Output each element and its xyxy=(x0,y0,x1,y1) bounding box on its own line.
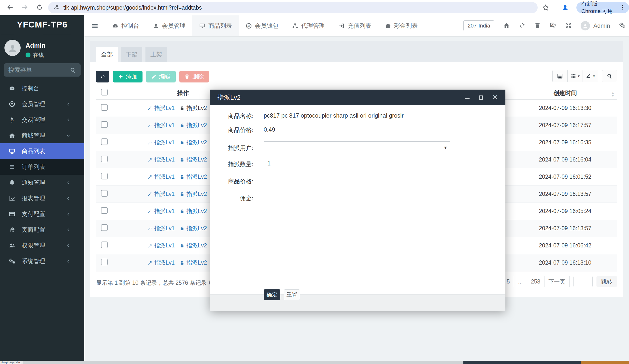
confirm-button[interactable]: 确定 xyxy=(264,289,280,300)
chevron-left-icon xyxy=(65,181,72,185)
fullscreen-icon[interactable] xyxy=(565,22,572,30)
assign-lv1-link[interactable]: 指派Lv1 xyxy=(148,173,175,181)
desktop-icon xyxy=(199,23,205,29)
assign-lv2-link[interactable]: 指派Lv2 xyxy=(180,139,207,146)
sidebar-item-notice[interactable]: 通知管理 xyxy=(0,175,84,190)
sidebar-item-order-list[interactable]: 订单列表 xyxy=(0,159,84,175)
browser-menu-icon[interactable] xyxy=(620,4,626,11)
trash-icon[interactable] xyxy=(534,22,541,30)
row-checkbox[interactable] xyxy=(101,207,108,214)
nav-tab-recharge[interactable]: 充值列表 xyxy=(332,15,378,36)
assign-lv1-link[interactable]: 指派Lv1 xyxy=(148,156,175,164)
assign-user-select[interactable]: ▾ xyxy=(264,141,450,153)
refresh-button[interactable] xyxy=(96,71,109,83)
page-jump-input[interactable] xyxy=(574,276,593,287)
sidebar-item-goods-list[interactable]: 商品列表 xyxy=(0,143,84,159)
row-checkbox[interactable] xyxy=(101,259,108,265)
menu-search-input[interactable] xyxy=(4,63,81,77)
nav-tab-agents[interactable]: 代理管理 xyxy=(285,15,332,36)
sidebar-item-permission[interactable]: 权限管理 xyxy=(0,238,84,253)
created-time-header[interactable]: 创建时间▴▾ xyxy=(513,89,617,97)
assign-lv2-link[interactable]: 指派Lv2 xyxy=(180,173,207,181)
reset-button[interactable]: 重置 xyxy=(284,289,300,300)
row-checkbox[interactable] xyxy=(101,224,108,231)
close-icon[interactable]: ✕ xyxy=(492,95,498,100)
maximize-icon[interactable] xyxy=(479,95,483,100)
assign-lv1-link[interactable]: 指派Lv1 xyxy=(148,139,175,146)
select-all-checkbox[interactable] xyxy=(101,89,108,95)
horizontal-scrollbar[interactable]: tik-api.hwym.shop xyxy=(0,361,629,364)
row-checkbox[interactable] xyxy=(101,173,108,180)
sidebar-item-system[interactable]: 系统管理 xyxy=(0,253,84,269)
row-checkbox[interactable] xyxy=(101,156,108,162)
refresh-icon[interactable] xyxy=(519,22,525,30)
assign-lv2-link[interactable]: 指派Lv2 xyxy=(180,259,207,267)
dialog-header[interactable]: 指派Lv2 ✕ xyxy=(210,90,505,105)
site-settings-icon[interactable] xyxy=(53,4,59,11)
commission-input[interactable] xyxy=(264,192,450,203)
assign-lv2-link[interactable]: 指派Lv2 xyxy=(180,225,207,232)
bookmark-star-icon[interactable] xyxy=(542,4,549,12)
sidebar-item-report[interactable]: 报表管理 xyxy=(0,190,84,206)
edit-button[interactable]: 编辑 xyxy=(146,71,176,83)
assign-lv1-link[interactable]: 指派Lv1 xyxy=(148,259,175,267)
sidebar-item-mall[interactable]: 商城管理 xyxy=(0,128,84,143)
assign-lv1-link[interactable]: 指派Lv1 xyxy=(148,190,175,198)
sidebar-item-members[interactable]: 会员管理 xyxy=(0,96,84,112)
assign-lv2-link[interactable]: 指派Lv2 xyxy=(180,121,207,129)
sidebar-item-page-config[interactable]: 页面配置 xyxy=(0,222,84,238)
page-jump-button[interactable]: 跳转 xyxy=(597,276,617,287)
sidebar-item-dashboard[interactable]: 控制台 xyxy=(0,81,84,96)
created-time-cell: 2024-07-09 16:05:24 xyxy=(513,208,617,214)
address-bar[interactable]: tik-api.hwym.shop/super/goods/index.html… xyxy=(48,2,538,13)
tab-all[interactable]: 全部 xyxy=(96,47,118,62)
translate-icon[interactable] xyxy=(550,22,556,30)
assign-lv1-link[interactable]: 指派Lv1 xyxy=(148,121,175,129)
row-checkbox[interactable] xyxy=(101,242,108,248)
admin-menu[interactable]: Admin xyxy=(581,21,610,30)
row-checkbox[interactable] xyxy=(101,121,108,128)
home-icon[interactable] xyxy=(503,22,510,30)
assign-lv1-link[interactable]: 指派Lv1 xyxy=(148,225,175,232)
chrome-update-button[interactable]: 有新版 Chrome 可用 xyxy=(576,2,629,13)
row-checkbox[interactable] xyxy=(101,190,108,197)
page-button[interactable]: 258 xyxy=(527,276,544,287)
nav-tab-wallet[interactable]: 会员钱包 xyxy=(239,15,285,36)
detail-view-button[interactable] xyxy=(552,70,568,82)
browser-profile-icon[interactable] xyxy=(561,3,569,12)
assign-lv1-link[interactable]: 指派Lv1 xyxy=(148,242,175,249)
table-search-button[interactable] xyxy=(602,70,617,82)
assign-lv2-link[interactable]: 指派Lv2 xyxy=(180,242,207,249)
assign-lv1-link[interactable]: 指派Lv1 xyxy=(148,104,175,112)
nav-tab-bonus[interactable]: 彩金列表 xyxy=(378,15,425,36)
assign-lv1-link[interactable]: 指派Lv1 xyxy=(148,207,175,215)
browser-back-button[interactable] xyxy=(6,3,14,12)
browser-forward-button[interactable] xyxy=(21,3,28,12)
assign-lv2-link[interactable]: 指派Lv2 xyxy=(180,156,207,164)
sort-icon[interactable]: ▴▾ xyxy=(612,91,614,97)
row-checkbox[interactable] xyxy=(101,104,108,111)
sidebar-item-payment[interactable]: 支付配置 xyxy=(0,206,84,222)
export-button[interactable]: ▾ xyxy=(583,70,598,82)
assign-quantity-input[interactable] xyxy=(264,158,450,169)
browser-reload-button[interactable] xyxy=(36,3,43,12)
nav-tab-goods-list[interactable]: 商品列表 xyxy=(192,15,239,36)
assign-lv2-link[interactable]: 指派Lv2 xyxy=(180,104,207,112)
minimize-icon[interactable] xyxy=(465,98,470,99)
columns-button[interactable]: ▾ xyxy=(568,70,583,82)
goods-price-input[interactable] xyxy=(264,175,450,186)
sidebar-item-trade[interactable]: 交易管理 xyxy=(0,112,84,128)
region-selector[interactable]: 207-India xyxy=(464,20,494,31)
settings-cogs-icon[interactable] xyxy=(619,22,626,30)
next-page-button[interactable]: 下一页 xyxy=(544,276,570,287)
delete-button[interactable]: 删除 xyxy=(179,71,209,83)
row-checkbox[interactable] xyxy=(101,138,108,145)
assign-lv2-link[interactable]: 指派Lv2 xyxy=(180,190,207,198)
tab-on-shelf[interactable]: 上架 xyxy=(146,47,167,62)
tab-off-shelf[interactable]: 下架 xyxy=(121,47,142,62)
nav-tab-dashboard[interactable]: 控制台 xyxy=(105,15,146,36)
add-button[interactable]: 添加 xyxy=(113,71,143,83)
hamburger-icon[interactable] xyxy=(91,22,99,30)
nav-tab-members[interactable]: 会员管理 xyxy=(146,15,192,36)
assign-lv2-link[interactable]: 指派Lv2 xyxy=(180,207,207,215)
